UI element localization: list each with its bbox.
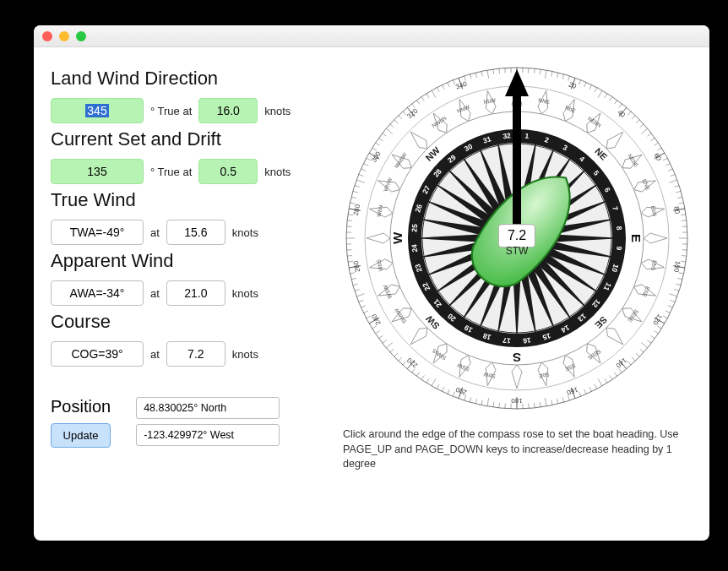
position-block: Position Update 48.830025° North -123.42… [51,397,326,448]
svg-text:25: 25 [410,224,419,233]
true-wind-mid-label: at [150,226,160,239]
current-mid-label: ° True at [150,166,192,178]
land-wind-row: 345 ° True at 16.0 knots [51,98,326,123]
course-row: COG=39° at 7.2 knots [51,341,326,367]
course-angle-output: COG=39° [51,341,144,367]
position-title: Position [51,397,111,416]
longitude-input[interactable]: -123.429972° West [136,424,280,446]
course-mid-label: at [150,348,160,361]
zoom-icon[interactable] [76,31,86,41]
land-wind-direction-input[interactable]: 345 [51,98,144,123]
apparent-wind-angle-output: AWA=-34° [51,280,144,306]
latitude-input[interactable]: 48.830025° North [136,397,280,419]
course-speed-output: 7.2 [166,341,225,367]
course-unit: knots [232,348,258,361]
update-button[interactable]: Update [51,423,111,448]
svg-text:180: 180 [511,397,523,405]
svg-text:E: E [629,234,644,242]
svg-text:16: 16 [522,336,531,345]
apparent-wind-speed-output: 21.0 [166,280,225,306]
svg-text:W: W [390,231,405,244]
compass-hint: Click around the edge of the compass ros… [340,427,694,472]
course-title: Course [51,311,326,333]
svg-text:24: 24 [410,243,419,253]
land-wind-speed-input[interactable]: 16.0 [198,98,258,123]
apparent-wind-unit: knots [232,287,258,300]
current-unit: knots [264,166,291,178]
true-wind-row: TWA=-49° at 15.6 knots [51,220,326,245]
land-wind-mid-label: ° True at [150,105,192,117]
land-wind-unit: knots [264,105,291,117]
true-wind-angle-output: TWA=-49° [51,220,144,245]
controls-pane: Land Wind Direction 345 ° True at 16.0 k… [34,47,331,541]
land-wind-title: Land Wind Direction [51,68,326,90]
compass-rose[interactable]: 0204060801001201401601802002202402602803… [340,61,694,416]
stw-label: STW [506,245,529,257]
app-window: Land Wind Direction 345 ° True at 16.0 k… [34,25,709,541]
svg-text:S: S [513,351,521,365]
svg-text:17: 17 [503,336,512,345]
titlebar [34,25,709,47]
current-row: 135 ° True at 0.5 knots [51,159,326,184]
current-speed-input[interactable]: 0.5 [198,159,258,184]
minimize-icon[interactable] [59,31,69,41]
svg-text:32: 32 [503,131,512,140]
true-wind-speed-output: 15.6 [166,220,225,245]
current-title: Current Set and Drift [51,128,326,150]
apparent-wind-title: Apparent Wind [51,250,326,272]
apparent-wind-mid-label: at [150,287,160,300]
compass-pane: 0204060801001201401601802002202402602803… [331,47,709,541]
true-wind-unit: knots [232,226,258,239]
current-direction-input[interactable]: 135 [51,159,144,184]
stw-value: 7.2 [498,224,535,247]
content: Land Wind Direction 345 ° True at 16.0 k… [34,47,709,541]
true-wind-title: True Wind [51,189,326,211]
apparent-wind-row: AWA=-34° at 21.0 knots [51,280,326,306]
close-icon[interactable] [42,31,52,41]
